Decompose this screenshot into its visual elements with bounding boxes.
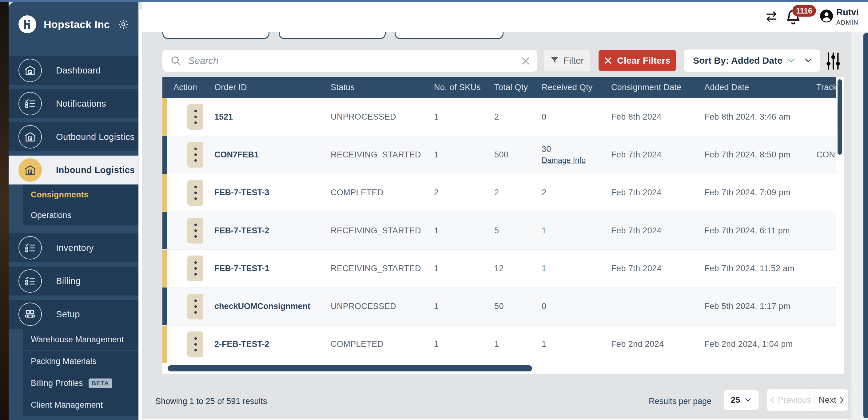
sidebar-subitem-packing-materials[interactable]: Packing Materials	[23, 351, 138, 372]
page-bottom-strip	[143, 418, 868, 420]
order-id-link[interactable]: FEB-7-TEST-3	[214, 188, 270, 197]
sidebar-item-inventory[interactable]: Inventory	[9, 233, 138, 262]
status-cell: UNPROCESSED	[319, 112, 423, 122]
sidebar-item-outbound-logistics[interactable]: Outbound Logistics	[9, 122, 138, 151]
consignment-date-cell: Feb 2nd 2024	[600, 340, 693, 349]
page-size-select[interactable]: 25	[724, 390, 758, 410]
column-header-consignment-date[interactable]: Consignment Date	[600, 83, 693, 92]
row-accent-bar	[162, 98, 167, 136]
skus-cell: 2	[423, 188, 483, 197]
column-header-status[interactable]: Status	[319, 83, 423, 92]
chevron-down-icon	[744, 397, 752, 402]
brand-name: Hopstack Inc	[44, 19, 118, 30]
brand: Hopstack Inc	[9, 13, 138, 36]
column-header-total-qty[interactable]: Total Qty	[483, 83, 531, 92]
switch-workspace-icon[interactable]	[765, 10, 778, 23]
checklist-icon	[19, 269, 42, 293]
chevron-down-icon	[786, 58, 796, 64]
column-settings-sliders-icon[interactable]	[825, 52, 841, 69]
clear-filters-label: Clear Filters	[617, 55, 670, 66]
setup-submenu: Warehouse Management Packing Materials B…	[23, 329, 138, 416]
summary-card-2[interactable]	[279, 32, 386, 39]
row-accent-bar	[162, 212, 167, 249]
table-row: checkUOMConsignment UNPROCESSED 1 50 0 F…	[162, 287, 836, 325]
search-input[interactable]	[188, 55, 521, 66]
clear-filters-button[interactable]: Clear Filters	[598, 50, 676, 71]
beta-badge: BETA	[89, 379, 112, 388]
sort-by-dropdown[interactable]: Sort By: Added Date	[684, 50, 820, 72]
row-menu-kebab-icon[interactable]	[187, 142, 203, 168]
previous-label: Previous	[778, 395, 811, 405]
order-id-link[interactable]: FEB-7-TEST-1	[214, 264, 270, 273]
received-qty-cell: 0	[541, 302, 600, 311]
row-menu-kebab-icon[interactable]	[187, 218, 203, 244]
search-icon	[170, 55, 182, 66]
total-qty-cell: 1	[483, 340, 531, 349]
window-top-strip	[0, 0, 868, 2]
table-vertical-scrollbar[interactable]	[838, 79, 842, 155]
received-qty-cell: 1	[541, 226, 600, 235]
row-menu-kebab-icon[interactable]	[187, 104, 203, 130]
row-menu-kebab-icon[interactable]	[187, 256, 203, 281]
sidebar-item-inbound-logistics[interactable]: Inbound Logistics	[9, 156, 138, 185]
skus-cell: 1	[423, 340, 483, 349]
table-row: FEB-7-TEST-2 RECEIVING_STARTED 1 5 1 Feb…	[162, 212, 836, 249]
row-menu-kebab-icon[interactable]	[187, 180, 203, 206]
sidebar-subitem-warehouse-management[interactable]: Warehouse Management	[23, 329, 138, 350]
sidebar: Hopstack Inc Dashboard	[0, 0, 143, 420]
order-id-link[interactable]: FEB-7-TEST-2	[214, 226, 270, 235]
column-header-action[interactable]: Action	[162, 83, 203, 92]
order-id-link[interactable]: checkUOMConsignment	[214, 302, 310, 311]
received-qty-cell: 1	[541, 340, 600, 349]
row-menu-kebab-icon[interactable]	[187, 331, 203, 357]
order-id-link[interactable]: CON7FEB1	[214, 150, 259, 159]
order-id-link[interactable]: 1521	[214, 112, 233, 122]
column-header-tracking[interactable]: Track	[805, 83, 836, 92]
settings-gear-icon[interactable]	[118, 19, 129, 30]
chevron-down-icon	[804, 58, 813, 64]
sidebar-item-setup[interactable]: Setup	[9, 300, 138, 329]
conveyor-icon	[19, 302, 42, 326]
search-clear-icon[interactable]	[521, 56, 530, 65]
table-horizontal-scrollbar[interactable]	[167, 365, 532, 371]
sidebar-item-dashboard[interactable]: Dashboard	[9, 56, 138, 85]
consignment-date-cell: Feb 7th 2024	[600, 264, 693, 273]
previous-page-button[interactable]: Previous	[767, 389, 814, 411]
column-header-no-of-skus[interactable]: No. of SKUs	[423, 83, 483, 92]
sidebar-subitem-operations[interactable]: Operations	[23, 205, 138, 225]
sidebar-scrollbar[interactable]	[139, 9, 142, 420]
received-qty-cell: 30	[541, 144, 600, 154]
next-page-button[interactable]: Next	[814, 389, 848, 411]
order-id-link[interactable]: 2-FEB-TEST-2	[214, 340, 270, 349]
status-cell: COMPLETED	[319, 340, 423, 349]
added-date-cell: Feb 2nd 2024, 1:04 pm	[693, 340, 805, 349]
results-per-page-label: Results per page	[649, 397, 711, 406]
row-menu-kebab-icon[interactable]	[187, 294, 203, 319]
search-bar	[162, 50, 537, 72]
sidebar-subitem-label: Billing Profiles	[31, 379, 83, 388]
consignment-date-cell: Feb 8th 2024	[600, 112, 693, 122]
hopstack-logo-icon	[19, 15, 36, 33]
summary-card-1[interactable]	[162, 32, 270, 39]
damage-info-link[interactable]: Damage Info	[541, 156, 600, 165]
sidebar-item-billing[interactable]: Billing	[9, 266, 138, 295]
consignment-date-cell: Feb 7th 2024	[600, 150, 693, 160]
status-cell: UNPROCESSED	[319, 302, 423, 311]
summary-card-3[interactable]	[395, 32, 503, 39]
sidebar-panel: Hopstack Inc Dashboard	[9, 2, 138, 420]
sidebar-subitem-billing-profiles[interactable]: Billing Profiles BETA	[23, 373, 138, 394]
column-header-received-qty[interactable]: Received Qty	[531, 83, 600, 92]
column-header-added-date[interactable]: Added Date	[693, 83, 805, 92]
added-date-cell: Feb 7th 2024, 7:09 pm	[693, 188, 805, 197]
filter-button[interactable]: Filter	[544, 50, 590, 71]
column-header-order-id[interactable]: Order ID	[203, 83, 319, 92]
sidebar-item-notifications[interactable]: Notifications	[9, 89, 138, 118]
page-scrollbar-thumb[interactable]	[863, 33, 868, 418]
user-name[interactable]: Rutvi	[836, 7, 859, 18]
skus-cell: 1	[423, 302, 483, 311]
user-avatar[interactable]	[820, 9, 833, 23]
page-scrollbar-track[interactable]	[851, 32, 863, 420]
sidebar-subitem-client-management[interactable]: Client Management	[23, 394, 138, 416]
sidebar-subitem-consignments[interactable]: Consignments	[23, 185, 138, 205]
checklist-icon	[19, 236, 42, 259]
